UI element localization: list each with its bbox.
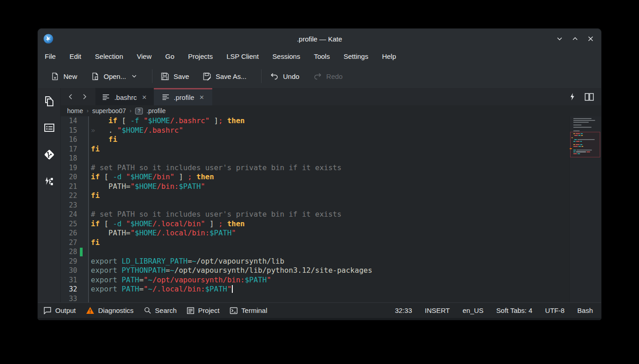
code-line-28[interactable] xyxy=(91,247,569,257)
menu-sessions[interactable]: Sessions xyxy=(266,49,307,64)
title-bar[interactable]: .profile — Kate xyxy=(38,29,601,49)
minimap-line xyxy=(573,151,576,152)
breadcrumb-segment[interactable]: superboo07 xyxy=(92,107,126,114)
code-token: $HOME xyxy=(131,219,152,228)
line-marker xyxy=(80,229,83,238)
statusbar-cursor-position[interactable]: 32:33 xyxy=(395,307,412,314)
code-token: ] xyxy=(174,172,188,181)
statusbar-input-mode[interactable]: INSERT xyxy=(425,307,450,314)
menu-tools[interactable]: Tools xyxy=(307,49,337,64)
code-token: $HOME xyxy=(135,229,157,237)
code-area[interactable]: if [ -f "$HOME/.bashrc" ]; then» . "$HOM… xyxy=(89,116,569,302)
redo-button[interactable]: Redo xyxy=(313,72,343,81)
code-line-27[interactable]: fi xyxy=(91,238,569,248)
save-button[interactable]: Save xyxy=(161,72,189,81)
code-token xyxy=(117,285,122,293)
undo-button[interactable]: Undo xyxy=(270,72,299,81)
menu-selection[interactable]: Selection xyxy=(88,49,130,64)
code-token: ~ xyxy=(170,266,174,275)
menu-go[interactable]: Go xyxy=(158,49,181,64)
menu-projects[interactable]: Projects xyxy=(181,49,220,64)
code-line-18[interactable] xyxy=(91,154,569,163)
code-line-20[interactable]: if [ -d "$HOME/bin" ] ; then xyxy=(91,172,569,182)
statusbar-project-button[interactable]: Project xyxy=(187,307,220,314)
next-tab-icon[interactable] xyxy=(81,93,88,100)
code-line-26[interactable]: PATH="$HOME/.local/bin:$PATH" xyxy=(91,229,569,238)
code-line-33[interactable] xyxy=(91,294,569,303)
line-marker xyxy=(80,201,83,209)
code-line-31[interactable]: export PATH="~/opt/vapoursynth/bin:$PATH… xyxy=(91,276,569,285)
sidebar-lsp-button[interactable] xyxy=(43,176,55,187)
code-token: PATH xyxy=(121,285,139,293)
minimap-line xyxy=(576,150,592,151)
statusbar-dictionary[interactable]: en_US xyxy=(462,307,483,314)
statusbar-syntax-mode[interactable]: Bash xyxy=(577,307,593,314)
code-token xyxy=(117,276,122,284)
breadcrumb-segment[interactable]: .profile xyxy=(147,107,166,114)
code-line-22[interactable]: fi xyxy=(91,191,569,201)
open-dropdown-chevron-icon[interactable] xyxy=(131,73,137,79)
statusbar-output-button[interactable]: Output xyxy=(43,307,76,314)
save-as-icon xyxy=(203,72,211,81)
save-as-button[interactable]: Save As... xyxy=(203,72,246,81)
code-token: $PATH xyxy=(205,285,227,293)
line-number: 33 xyxy=(61,295,77,303)
tab-close-icon[interactable]: ✕ xyxy=(142,94,147,101)
tab-profile[interactable]: .profile✕ xyxy=(154,88,212,105)
code-token xyxy=(192,172,197,181)
tab-close-icon[interactable]: ✕ xyxy=(199,94,204,101)
tab-bashrc[interactable]: .bashrc✕ xyxy=(95,88,154,105)
quick-actions-button[interactable] xyxy=(569,93,576,101)
maximize-button[interactable] xyxy=(571,35,579,43)
code-line-30[interactable]: export PYTHONPATH=~/opt/vapoursynth/lib/… xyxy=(91,266,569,276)
code-line-19[interactable]: # set PATH so it includes user's private… xyxy=(91,163,569,173)
menu-lsp-client[interactable]: LSP Client xyxy=(220,49,266,64)
minimap-scrollbar[interactable] xyxy=(569,116,601,302)
close-button[interactable] xyxy=(587,35,595,43)
minimap-line xyxy=(578,135,581,136)
split-view-button[interactable] xyxy=(585,93,594,101)
sidebar-symbols-button[interactable] xyxy=(43,122,55,134)
code-line-24[interactable]: # set PATH so it includes user's private… xyxy=(91,210,569,219)
bolt-icon xyxy=(569,93,576,101)
breadcrumb-separator-icon: › xyxy=(130,108,131,114)
sidebar-git-button[interactable] xyxy=(43,148,56,161)
code-line-14[interactable]: if [ -f "$HOME/.bashrc" ]; then xyxy=(91,116,569,126)
code-line-25[interactable]: if [ -d "$HOME/.local/bin" ] ; then xyxy=(91,219,569,229)
previous-tab-icon[interactable] xyxy=(67,93,74,100)
statusbar-diagnostics-button[interactable]: Diagnostics xyxy=(86,307,134,314)
minimap-line xyxy=(577,153,580,154)
new-button[interactable]: New xyxy=(51,72,77,81)
sidebar-documents-button[interactable] xyxy=(43,95,55,107)
menu-help[interactable]: Help xyxy=(375,49,403,64)
minimap-line xyxy=(573,144,575,145)
menu-edit[interactable]: Edit xyxy=(63,49,88,64)
code-line-32[interactable]: export PATH="~/.local/bin:$PATH" xyxy=(91,285,569,294)
line-number: 30 xyxy=(61,266,77,275)
menu-view[interactable]: View xyxy=(130,49,158,64)
statusbar-terminal-button[interactable]: Terminal xyxy=(230,307,267,314)
open-button[interactable]: Open... xyxy=(91,72,137,81)
code-line-23[interactable] xyxy=(91,201,569,210)
statusbar-search-button[interactable]: Search xyxy=(144,307,177,314)
minimize-button[interactable] xyxy=(555,35,564,43)
code-line-16[interactable]: fi xyxy=(91,135,569,145)
code-line-15[interactable]: » . "$HOME/.bashrc" xyxy=(91,126,569,135)
menu-file[interactable]: File xyxy=(38,49,63,64)
code-line-21[interactable]: PATH="$HOME/bin:$PATH" xyxy=(91,182,569,192)
line-marker xyxy=(80,117,83,125)
editor[interactable]: 1415161718192021222324252627282930313233… xyxy=(61,116,601,302)
code-line-17[interactable]: fi xyxy=(91,145,569,154)
code-token: " xyxy=(144,276,148,284)
code-token: -d xyxy=(113,172,121,181)
line-number: 29 xyxy=(61,257,77,265)
code-line-29[interactable]: export LD_LIBRARY_PATH=~/opt/vapoursynth… xyxy=(91,257,569,266)
code-token: fi xyxy=(91,238,100,247)
statusbar-encoding[interactable]: UTF-8 xyxy=(545,307,565,314)
output-label: Output xyxy=(55,307,76,314)
menu-settings[interactable]: Settings xyxy=(337,49,375,64)
minimap-line xyxy=(573,120,595,121)
breadcrumb-segment[interactable]: home xyxy=(67,107,83,114)
statusbar-tab-mode[interactable]: Soft Tabs: 4 xyxy=(496,307,532,314)
line-number: 14 xyxy=(61,117,77,125)
